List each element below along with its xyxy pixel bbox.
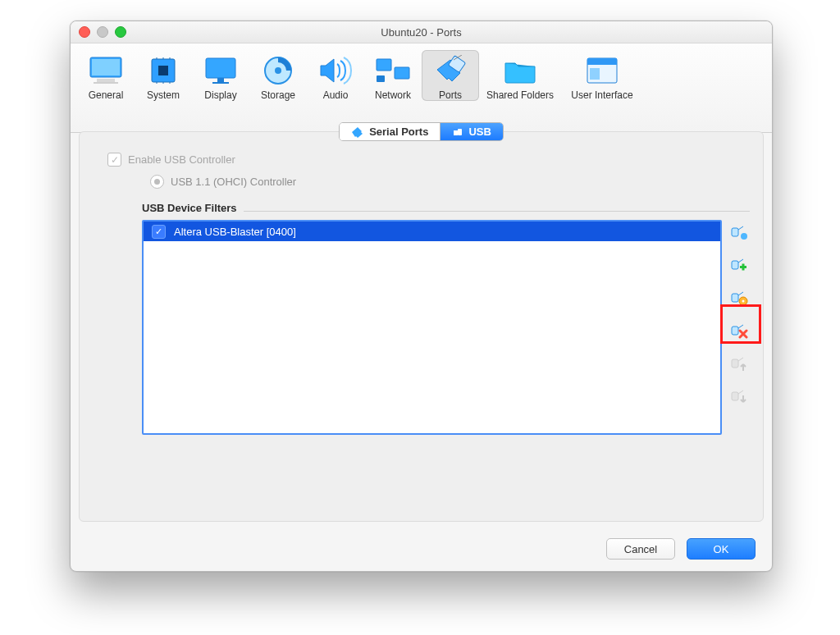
usb-device-filters-label: USB Device Filters <box>142 202 244 214</box>
svg-rect-27 <box>732 228 738 236</box>
add-empty-filter-button[interactable] <box>728 222 750 243</box>
tab-usb-label: USB <box>468 126 491 138</box>
toolbar-shared-folders-label: Shared Folders <box>486 89 554 101</box>
usb-filter-list[interactable]: ✓ Altera USB-Blaster [0400] <box>142 220 722 435</box>
tab-serial-ports-label: Serial Ports <box>369 126 428 138</box>
chip-icon <box>144 53 183 88</box>
usb-controller-type-row: USB 1.1 (OHCI) Controller <box>150 175 750 189</box>
toolbar-ports-label: Ports <box>439 89 462 101</box>
remove-filter-button[interactable] <box>728 320 750 341</box>
usb-icon <box>452 126 463 138</box>
toolbar-shared-folders[interactable]: Shared Folders <box>479 50 561 101</box>
network-icon <box>373 53 413 88</box>
toolbar-user-interface-label: User Interface <box>571 89 632 101</box>
svg-rect-17 <box>377 59 391 71</box>
settings-toolbar: General System Display Sto <box>71 43 772 133</box>
svg-rect-2 <box>97 79 115 82</box>
monitor-icon <box>86 53 126 88</box>
folder-icon <box>500 53 540 88</box>
svg-point-34 <box>742 300 745 303</box>
settings-window: Ubuntu20 - Ports General System <box>70 21 773 572</box>
window-zoom-icon[interactable] <box>115 26 126 38</box>
toolbar-general[interactable]: General <box>77 50 135 101</box>
toolbar-storage[interactable]: Storage <box>249 50 307 101</box>
toolbar-user-interface[interactable]: User Interface <box>561 50 643 101</box>
window-close-icon[interactable] <box>79 26 90 38</box>
toolbar-storage-label: Storage <box>261 89 295 101</box>
svg-rect-25 <box>454 130 458 135</box>
svg-rect-14 <box>212 82 229 84</box>
speaker-icon <box>316 53 355 88</box>
dialog-footer: Cancel OK <box>606 538 756 560</box>
ui-icon <box>582 53 622 88</box>
usb-filter-item-checkbox[interactable]: ✓ <box>152 225 166 239</box>
ok-button-label: OK <box>714 543 729 555</box>
svg-point-28 <box>741 233 747 240</box>
edit-filter-button[interactable] <box>728 287 750 308</box>
toolbar-system[interactable]: System <box>135 50 192 101</box>
svg-rect-19 <box>377 75 385 82</box>
titlebar: Ubuntu20 - Ports <box>71 21 772 43</box>
tab-serial-ports[interactable]: Serial Ports <box>340 123 440 140</box>
ports-panel: Serial Ports USB ✓ Enable USB Controller… <box>79 131 764 522</box>
enable-usb-controller-checkbox[interactable]: ✓ <box>107 153 121 167</box>
toolbar-audio-label: Audio <box>323 89 349 101</box>
enable-usb-controller-label: Enable USB Controller <box>128 153 235 166</box>
svg-rect-26 <box>458 129 462 135</box>
toolbar-general-label: General <box>89 89 124 101</box>
window-title: Ubuntu20 - Ports <box>381 26 461 39</box>
toolbar-display-label: Display <box>204 89 236 101</box>
toolbar-ports[interactable]: Ports <box>422 50 479 101</box>
svg-point-16 <box>275 67 281 74</box>
move-filter-down-button[interactable] <box>728 386 750 407</box>
serial-port-icon <box>351 126 364 138</box>
usb-filter-item[interactable]: ✓ Altera USB-Blaster [0400] <box>144 222 720 241</box>
display-icon <box>201 53 240 88</box>
cancel-button[interactable]: Cancel <box>606 538 675 560</box>
svg-rect-39 <box>732 392 738 400</box>
svg-rect-24 <box>590 68 600 80</box>
svg-rect-5 <box>158 66 168 75</box>
svg-rect-18 <box>395 67 409 79</box>
svg-rect-1 <box>92 59 120 75</box>
disk-icon <box>258 53 298 88</box>
svg-rect-3 <box>94 82 118 84</box>
toolbar-system-label: System <box>147 89 180 101</box>
svg-rect-12 <box>206 58 235 78</box>
toolbar-audio[interactable]: Audio <box>307 50 364 101</box>
svg-rect-23 <box>587 58 617 65</box>
svg-rect-38 <box>732 359 738 368</box>
tab-usb[interactable]: USB <box>440 123 502 140</box>
usb-ohci-label: USB 1.1 (OHCI) Controller <box>171 176 296 188</box>
svg-rect-29 <box>732 261 738 269</box>
svg-rect-32 <box>732 294 738 302</box>
enable-usb-controller-row: ✓ Enable USB Controller <box>107 153 750 167</box>
cancel-button-label: Cancel <box>624 543 657 555</box>
svg-rect-31 <box>742 264 745 271</box>
toolbar-network[interactable]: Network <box>364 50 422 101</box>
toolbar-display[interactable]: Display <box>192 50 249 101</box>
add-filter-from-device-button[interactable] <box>728 254 750 276</box>
svg-rect-35 <box>732 327 738 335</box>
toolbar-network-label: Network <box>375 89 411 101</box>
ports-icon <box>431 53 470 88</box>
ok-button[interactable]: OK <box>687 538 756 560</box>
usb-filter-actions <box>728 220 750 435</box>
move-filter-up-button[interactable] <box>728 353 750 374</box>
svg-rect-13 <box>217 78 224 82</box>
ports-tabs: Serial Ports USB <box>339 122 504 141</box>
window-minimize-icon[interactable] <box>97 26 108 38</box>
usb-ohci-radio[interactable] <box>150 175 164 189</box>
usb-filter-item-label: Altera USB-Blaster [0400] <box>174 226 296 238</box>
